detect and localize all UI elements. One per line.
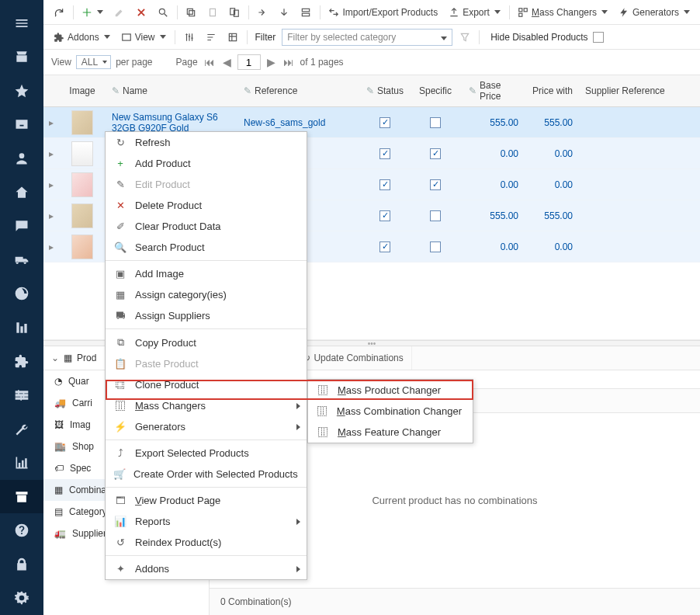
status-checkbox[interactable]: ✓ [379, 210, 390, 221]
col-image[interactable]: Image [59, 75, 106, 106]
status-checkbox[interactable]: ✓ [379, 179, 390, 190]
cell-pricewith[interactable]: 0.00 [525, 231, 579, 262]
menu-item-add-product[interactable]: +Add Product [106, 153, 307, 174]
menu-item-copy-product[interactable]: ⧉Copy Product [106, 332, 307, 353]
specific-checkbox[interactable] [430, 210, 441, 221]
menu-item-delete-product[interactable]: ✕Delete Product [106, 195, 307, 216]
tool-b[interactable] [275, 5, 293, 20]
cell-pricewith[interactable]: 555.00 [525, 200, 579, 231]
nav-inbox[interactable] [0, 108, 43, 142]
expand-toggle[interactable]: ▸ [43, 231, 59, 262]
page-next[interactable]: ▶ [265, 56, 277, 68]
cell-base[interactable]: 0.00 [463, 138, 525, 169]
import-export-button[interactable]: Import/Export Products [324, 5, 442, 20]
nav-message[interactable] [0, 209, 43, 243]
page-last[interactable]: ⏭ [282, 56, 296, 68]
cell-pricewith[interactable]: 0.00 [525, 138, 579, 169]
nav-truck[interactable] [0, 243, 43, 277]
paste-button[interactable] [203, 5, 222, 20]
cell-base[interactable]: 0.00 [463, 169, 525, 200]
tool-a[interactable] [253, 5, 272, 20]
addons-button[interactable]: Addons [50, 30, 114, 45]
col-specific[interactable]: Specific [408, 75, 463, 106]
menu-item-add-image[interactable]: ▣Add Image [106, 263, 307, 284]
menu-item-assign-category-ies-[interactable]: ▦Assign category(ies) [106, 284, 307, 305]
nav-help[interactable] [0, 513, 43, 547]
col-price-with[interactable]: Price with [525, 75, 579, 106]
col-name[interactable]: ✎Name [106, 75, 237, 106]
menu-item-reindex-product-s-[interactable]: ↺Reindex Product(s) [106, 532, 307, 553]
delete-button[interactable] [132, 5, 151, 20]
menu-item-create-order-with-selected-products[interactable]: 🛒Create Order with Selected Products [106, 464, 307, 485]
nav-lock[interactable] [0, 547, 43, 582]
page-input[interactable] [237, 54, 261, 70]
nav-globe[interactable] [0, 277, 43, 311]
page-size-select[interactable]: ALL [76, 55, 111, 69]
specific-checkbox[interactable] [430, 117, 441, 128]
refresh-button[interactable] [50, 5, 68, 20]
submenu-item-mass-combination-changer[interactable]: ⿲Mass Combination Changer [308, 401, 473, 422]
nav-home[interactable] [0, 175, 43, 210]
nav-sliders[interactable] [0, 378, 43, 412]
specific-checkbox[interactable]: ✓ [430, 179, 441, 190]
col-status[interactable]: ✎Status [362, 75, 408, 106]
cell-pricewith[interactable]: 0.00 [525, 169, 579, 200]
specific-checkbox[interactable]: ✓ [430, 148, 441, 159]
menu-item-search-product[interactable]: 🔍Search Product [106, 237, 307, 258]
tool-e[interactable] [202, 30, 220, 45]
expand-toggle[interactable]: ▸ [43, 200, 59, 231]
expand-toggle[interactable]: ▸ [43, 169, 59, 200]
filter-select[interactable]: Filter by selected category [282, 29, 452, 46]
expand-toggle[interactable]: ▸ [43, 138, 59, 169]
nav-archive[interactable] [0, 480, 43, 514]
menu-item-refresh[interactable]: ↻Refresh [106, 132, 307, 153]
status-checkbox[interactable]: ✓ [379, 241, 390, 252]
clear-filter[interactable] [456, 30, 474, 45]
view-button[interactable]: View [117, 30, 170, 45]
hide-disabled-checkbox[interactable] [593, 32, 604, 43]
submenu-item-mass-product-changer[interactable]: ⿲Mass Product Changer [308, 380, 473, 401]
export-button[interactable]: Export [445, 5, 504, 20]
col-reference[interactable]: ✎Reference [237, 75, 362, 106]
add-button[interactable] [78, 5, 107, 20]
col-supplier-ref[interactable]: Supplier Reference [579, 75, 700, 106]
menu-item-clone-product[interactable]: ⿻Clone Product [106, 374, 307, 395]
menu-item-view-product-page[interactable]: 🗔View Product Page [106, 490, 307, 511]
nav-hamburger[interactable] [0, 6, 43, 40]
menu-item-clear-product-data[interactable]: ✐Clear Product Data [106, 216, 307, 237]
tool-d[interactable] [180, 30, 199, 45]
mass-changers-button[interactable]: Mass Changers [514, 5, 612, 20]
tool-c[interactable] [296, 5, 315, 20]
expand-toggle[interactable]: ▸ [43, 107, 59, 137]
detail-tab-update-combinations[interactable]: ↻Update Combinations [295, 346, 411, 370]
copy-button[interactable] [182, 5, 200, 20]
menu-item-mass-changers[interactable]: ⿲Mass Changers [106, 395, 307, 416]
page-first[interactable]: ⏮ [203, 56, 217, 68]
menu-item-generators[interactable]: ⚡Generators [106, 416, 307, 437]
cell-base[interactable]: 555.00 [463, 200, 525, 231]
nav-shop[interactable] [0, 40, 43, 75]
nav-bar-chart[interactable] [0, 446, 43, 480]
specific-checkbox[interactable] [430, 241, 441, 252]
page-prev[interactable]: ◀ [221, 56, 233, 68]
nav-user[interactable] [0, 141, 43, 175]
edit-button[interactable] [110, 5, 129, 20]
search-button[interactable] [154, 5, 172, 20]
nav-chart[interactable] [0, 311, 43, 345]
nav-star[interactable] [0, 74, 43, 108]
nav-puzzle[interactable] [0, 345, 43, 379]
tool-f[interactable] [224, 30, 242, 45]
submenu-item-mass-feature-changer[interactable]: ⿲Mass Feature Changer [308, 422, 473, 443]
nav-gear[interactable] [0, 582, 43, 615]
menu-item-reports[interactable]: 📊Reports [106, 511, 307, 532]
generators-button[interactable]: Generators [615, 5, 694, 20]
menu-item-assign-suppliers[interactable]: ⛟Assign Suppliers [106, 305, 307, 326]
col-base-price[interactable]: ✎Base Price [463, 75, 525, 106]
menu-item-export-selected-products[interactable]: ⤴Export Selected Products [106, 443, 307, 464]
cell-base[interactable]: 555.00 [463, 107, 525, 137]
nav-wrench[interactable] [0, 412, 43, 446]
cell-base[interactable]: 0.00 [463, 231, 525, 262]
menu-item-addons[interactable]: ✦Addons [106, 558, 307, 579]
cell-pricewith[interactable]: 555.00 [525, 107, 579, 137]
clone-button[interactable] [225, 5, 244, 20]
